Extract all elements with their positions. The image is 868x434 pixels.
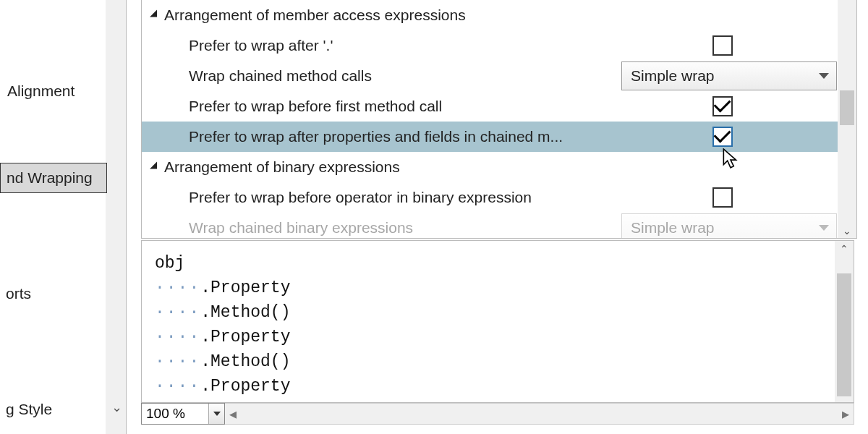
sidebar: Alignment nd Wrapping orts g Style ⌄ xyxy=(0,0,127,434)
scroll-left-icon[interactable]: ◂ xyxy=(225,404,241,424)
checkbox[interactable] xyxy=(712,35,733,56)
scroll-down-icon[interactable]: ⌄ xyxy=(838,223,856,239)
expand-icon xyxy=(150,162,161,173)
chevron-down-icon: ⌄ xyxy=(111,399,122,415)
group-header-member-access[interactable]: Arrangement of member access expressions xyxy=(142,0,838,30)
indent-dots: ···· xyxy=(155,303,200,322)
indent-dots: ···· xyxy=(155,352,200,371)
code-preview-panel: obj ····.Property ····.Method() ····.Pro… xyxy=(141,240,854,403)
vertical-scrollbar[interactable]: ⌃ xyxy=(835,241,854,403)
sidebar-item-orts[interactable]: orts xyxy=(0,281,37,307)
mouse-cursor xyxy=(722,148,739,170)
checkbox[interactable] xyxy=(712,127,733,147)
checkbox[interactable] xyxy=(712,187,733,208)
chevron-down-icon xyxy=(213,412,221,416)
chevron-down-icon xyxy=(819,73,829,79)
scroll-right-icon[interactable]: ▸ xyxy=(838,404,854,424)
zoom-select[interactable]: 100 % xyxy=(141,403,225,425)
option-wrap-chained-calls[interactable]: Wrap chained method calls Simple wrap xyxy=(142,61,838,91)
code-line: .Method() xyxy=(200,303,290,322)
option-wrap-before-operator[interactable]: Prefer to wrap before operator in binary… xyxy=(142,182,838,213)
indent-dots: ···· xyxy=(155,278,200,297)
sidebar-item-alignment[interactable]: Alignment xyxy=(1,78,80,104)
horizontal-scrollbar[interactable]: ◂ ▸ xyxy=(225,403,854,425)
option-label: Prefer to wrap after properties and fiel… xyxy=(189,128,712,145)
option-wrap-after-dot[interactable]: Prefer to wrap after '.' xyxy=(142,30,838,61)
option-wrap-before-first-call[interactable]: Prefer to wrap before first method call xyxy=(142,91,838,122)
option-wrap-chained-binary[interactable]: Wrap chained binary expressions Simple w… xyxy=(142,213,838,239)
code-line: .Property xyxy=(200,328,290,346)
scroll-up-icon[interactable]: ⌃ xyxy=(835,241,854,257)
expand-icon xyxy=(150,10,161,21)
code-line: obj xyxy=(155,254,184,273)
zoom-value: 100 % xyxy=(146,406,185,422)
select-wrap-mode[interactable]: Simple wrap xyxy=(621,61,837,90)
indent-dots: ···· xyxy=(155,328,200,346)
zoom-dropdown-button[interactable] xyxy=(208,404,224,424)
sidebar-item-label: g Style xyxy=(6,401,52,417)
vertical-scrollbar[interactable]: ⌄ xyxy=(838,0,856,239)
sidebar-item-style[interactable]: g Style ⌄ xyxy=(0,396,127,422)
option-label: Prefer to wrap after '.' xyxy=(189,37,712,54)
option-wrap-after-properties[interactable]: Prefer to wrap after properties and fiel… xyxy=(142,122,838,152)
zoom-toolbar: 100 % ◂ ▸ xyxy=(141,403,854,425)
sidebar-scrolltrack[interactable] xyxy=(106,0,126,434)
option-label: Prefer to wrap before first method call xyxy=(189,98,712,115)
checkbox[interactable] xyxy=(712,96,733,116)
chevron-down-icon xyxy=(819,225,829,231)
scrollbar-thumb[interactable] xyxy=(837,273,851,396)
code-line: .Method() xyxy=(200,352,290,371)
scrollbar-thumb[interactable] xyxy=(840,90,854,125)
option-label: Wrap chained method calls xyxy=(189,67,621,85)
select-value: Simple wrap xyxy=(631,67,715,85)
group-title: Arrangement of member access expressions xyxy=(164,7,838,24)
settings-panel: Arrangement of member access expressions… xyxy=(141,0,857,239)
code-preview: obj ····.Property ····.Method() ····.Pro… xyxy=(142,241,835,403)
select-wrap-mode[interactable]: Simple wrap xyxy=(621,213,837,239)
option-label: Wrap chained binary expressions xyxy=(189,219,621,237)
code-line: .Property xyxy=(200,278,290,297)
indent-dots: ···· xyxy=(155,377,200,396)
option-label: Prefer to wrap before operator in binary… xyxy=(189,189,712,206)
sidebar-item-wrapping[interactable]: nd Wrapping xyxy=(0,163,107,193)
select-value: Simple wrap xyxy=(631,219,715,237)
code-line: .Property xyxy=(200,377,290,396)
settings-list: Arrangement of member access expressions… xyxy=(142,0,838,239)
